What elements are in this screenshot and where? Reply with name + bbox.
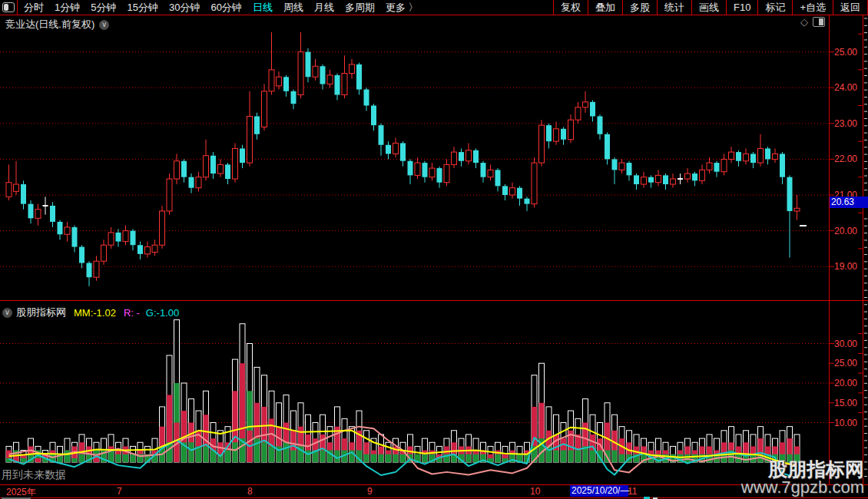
candle xyxy=(736,150,741,167)
candle xyxy=(714,161,720,177)
candle xyxy=(583,91,588,113)
layout-toggle-button[interactable] xyxy=(0,0,18,15)
candlestick-chart[interactable] xyxy=(0,15,829,300)
indicator-header: ∨ 股朋指标网 MM:-1.02 R: - G:-1.00 xyxy=(2,306,179,319)
panel-split-icon[interactable] xyxy=(813,17,825,27)
candle xyxy=(634,173,639,190)
candle xyxy=(87,261,92,286)
period-tab[interactable]: 1分钟 xyxy=(55,1,80,15)
indicator-bar xyxy=(466,435,472,462)
period-tab[interactable]: 周线 xyxy=(283,1,303,15)
toolbar-button[interactable]: F10 xyxy=(726,0,757,15)
candle xyxy=(692,172,697,187)
chevron-down-icon[interactable]: ∨ xyxy=(2,308,12,318)
period-tab[interactable]: 60分钟 xyxy=(210,1,241,15)
period-tab[interactable]: 5分钟 xyxy=(91,1,116,15)
timeline-month-label: 7 xyxy=(117,486,122,497)
candle xyxy=(568,114,574,143)
toolbar-button[interactable]: 标记 xyxy=(757,0,792,15)
candle xyxy=(283,75,289,97)
candle xyxy=(510,183,515,199)
candle xyxy=(291,90,297,110)
indicator-bar xyxy=(707,435,712,462)
candle xyxy=(43,197,48,214)
candle xyxy=(72,226,78,253)
candle xyxy=(546,124,552,149)
period-tab[interactable]: 更多 〉 xyxy=(386,1,419,15)
chevron-down-icon[interactable]: ∨ xyxy=(99,20,109,30)
candle xyxy=(765,147,770,164)
toolbar-button[interactable]: 返回 xyxy=(833,0,868,15)
indicator-bar xyxy=(744,431,749,462)
indicator-bar xyxy=(218,431,224,462)
candle xyxy=(6,164,12,200)
candle xyxy=(525,197,530,211)
period-tab[interactable]: 15分钟 xyxy=(127,1,157,15)
toolbar-button[interactable]: 多股 xyxy=(622,0,657,15)
indicator-g-value: G:-1.00 xyxy=(146,307,179,319)
candle xyxy=(218,159,224,177)
candle xyxy=(247,91,253,167)
action-buttons: 复权叠加多股统计画线F10标记+自选返回 xyxy=(553,0,868,15)
candle xyxy=(422,161,428,183)
indicator-axis-label: 20.00 xyxy=(834,378,865,388)
period-tab[interactable]: 日线 xyxy=(253,1,273,15)
toolbar-button[interactable]: +自选 xyxy=(792,0,833,15)
indicator-bar xyxy=(787,427,793,462)
last-price-tag: 20.63 xyxy=(830,197,868,208)
indicator-bar xyxy=(79,435,84,462)
candle xyxy=(685,168,691,183)
candle xyxy=(787,175,793,257)
candle xyxy=(356,63,362,95)
candle xyxy=(517,186,522,206)
toolbar-button[interactable]: 统计 xyxy=(657,0,691,15)
candle xyxy=(656,170,661,186)
price-axis-label: 20.00 xyxy=(834,226,865,236)
trading-app-window: 分时1分钟5分钟15分钟30分钟60分钟日线周线月线多周期更多 〉 复权叠加多股… xyxy=(0,0,868,499)
candle xyxy=(744,148,749,164)
toolbar-button[interactable]: 复权 xyxy=(553,0,588,15)
candle xyxy=(320,64,326,90)
candle xyxy=(386,141,391,159)
candle xyxy=(758,134,764,167)
candle xyxy=(554,121,559,144)
candle xyxy=(539,120,545,167)
candle xyxy=(21,180,26,209)
indicator-chart[interactable] xyxy=(0,301,829,484)
candle xyxy=(167,173,172,215)
toolbar-button[interactable]: 画线 xyxy=(691,0,726,15)
period-tab[interactable]: 多周期 xyxy=(345,1,375,15)
candle xyxy=(137,242,143,259)
indicator-bar xyxy=(167,355,172,462)
indicator-bar xyxy=(364,431,369,462)
candle xyxy=(605,132,610,164)
timeline-cursor-date: 2025/10/20/— xyxy=(570,485,628,497)
indicator-bar xyxy=(94,442,99,462)
candle xyxy=(700,164,705,184)
indicator-bar xyxy=(189,399,194,462)
candle xyxy=(729,147,734,163)
timeline-bar[interactable]: 2025年 2025/10/20/— 7891011 xyxy=(0,484,868,498)
candle xyxy=(313,59,318,81)
period-tab[interactable]: 分时 xyxy=(24,1,44,15)
candle xyxy=(233,143,238,182)
candle xyxy=(598,114,603,140)
candle xyxy=(160,206,165,249)
candle xyxy=(35,204,41,226)
indicator-bar xyxy=(386,442,391,462)
toolbar-button[interactable]: 叠加 xyxy=(588,0,622,15)
indicator-bar xyxy=(590,415,595,462)
candle xyxy=(408,159,413,184)
price-axis-label: 22.00 xyxy=(834,154,865,164)
candle xyxy=(196,172,201,192)
period-tab[interactable]: 30分钟 xyxy=(169,1,200,15)
indicator-bar xyxy=(306,415,311,462)
candle xyxy=(663,173,668,190)
period-tab[interactable]: 月线 xyxy=(314,1,334,15)
indicator-bar xyxy=(575,418,581,462)
candle xyxy=(459,148,464,166)
diamond-marker-icon[interactable]: ◇ xyxy=(800,17,808,27)
indicator-bar xyxy=(116,442,121,462)
candle xyxy=(116,229,121,246)
candle xyxy=(108,227,114,249)
